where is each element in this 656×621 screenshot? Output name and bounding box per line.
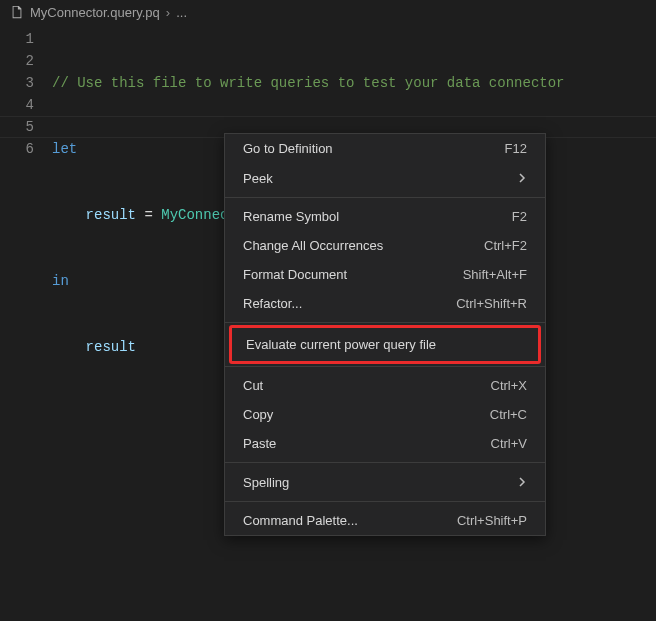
breadcrumb-tail[interactable]: ... (176, 5, 187, 20)
menu-item-label: Format Document (243, 267, 347, 282)
menu-item-shortcut: Ctrl+Shift+R (456, 296, 527, 311)
menu-item-shortcut: F2 (512, 209, 527, 224)
line-number: 5 (0, 116, 34, 138)
menu-item-shortcut: Ctrl+V (491, 436, 527, 451)
menu-command-palette[interactable]: Command Palette... Ctrl+Shift+P (225, 506, 545, 535)
menu-item-label: Paste (243, 436, 276, 451)
menu-item-shortcut: Ctrl+X (491, 378, 527, 393)
menu-item-label: Cut (243, 378, 263, 393)
menu-item-shortcut: Ctrl+C (490, 407, 527, 422)
menu-goto-definition[interactable]: Go to Definition F12 (225, 134, 545, 163)
menu-separator (225, 322, 545, 323)
line-number: 3 (0, 72, 34, 94)
identifier-token: result (86, 339, 136, 355)
punct-token: = (136, 207, 161, 223)
menu-cut[interactable]: Cut Ctrl+X (225, 371, 545, 400)
menu-format-document[interactable]: Format Document Shift+Alt+F (225, 260, 545, 289)
menu-spelling[interactable]: Spelling (225, 467, 545, 497)
identifier-token: result (86, 207, 136, 223)
line-number: 2 (0, 50, 34, 72)
line-number: 4 (0, 94, 34, 116)
breadcrumb-file[interactable]: MyConnector.query.pq (30, 5, 160, 20)
menu-item-label: Rename Symbol (243, 209, 339, 224)
chevron-right-icon (517, 170, 527, 186)
menu-evaluate-power-query[interactable]: Evaluate current power query file (232, 328, 538, 361)
keyword-token: let (52, 141, 77, 157)
indent-token (52, 207, 86, 223)
menu-peek[interactable]: Peek (225, 163, 545, 193)
comment-token: // Use this file to write queries to tes… (52, 75, 564, 91)
menu-separator (225, 366, 545, 367)
menu-item-label: Go to Definition (243, 141, 333, 156)
line-number: 6 (0, 138, 34, 160)
menu-item-label: Command Palette... (243, 513, 358, 528)
indent-token (52, 339, 86, 355)
menu-item-label: Peek (243, 171, 273, 186)
menu-item-label: Copy (243, 407, 273, 422)
menu-separator (225, 501, 545, 502)
chevron-right-icon (517, 474, 527, 490)
highlighted-menu-item: Evaluate current power query file (229, 325, 541, 364)
line-number-gutter: 1 2 3 4 5 6 (0, 28, 52, 468)
context-menu: Go to Definition F12 Peek Rename Symbol … (224, 133, 546, 536)
code-line: // Use this file to write queries to tes… (52, 72, 656, 94)
menu-item-label: Refactor... (243, 296, 302, 311)
menu-copy[interactable]: Copy Ctrl+C (225, 400, 545, 429)
menu-item-shortcut: Shift+Alt+F (463, 267, 527, 282)
breadcrumb[interactable]: MyConnector.query.pq › ... (0, 0, 656, 24)
menu-item-shortcut: Ctrl+F2 (484, 238, 527, 253)
menu-separator (225, 197, 545, 198)
menu-item-label: Spelling (243, 475, 289, 490)
menu-paste[interactable]: Paste Ctrl+V (225, 429, 545, 458)
file-icon (10, 5, 24, 19)
menu-refactor[interactable]: Refactor... Ctrl+Shift+R (225, 289, 545, 318)
menu-item-label: Evaluate current power query file (246, 337, 436, 352)
menu-item-shortcut: F12 (505, 141, 527, 156)
menu-rename-symbol[interactable]: Rename Symbol F2 (225, 202, 545, 231)
chevron-right-icon: › (166, 5, 170, 20)
keyword-token: in (52, 273, 69, 289)
menu-separator (225, 462, 545, 463)
menu-change-all-occurrences[interactable]: Change All Occurrences Ctrl+F2 (225, 231, 545, 260)
menu-item-shortcut: Ctrl+Shift+P (457, 513, 527, 528)
menu-item-label: Change All Occurrences (243, 238, 383, 253)
line-number: 1 (0, 28, 34, 50)
